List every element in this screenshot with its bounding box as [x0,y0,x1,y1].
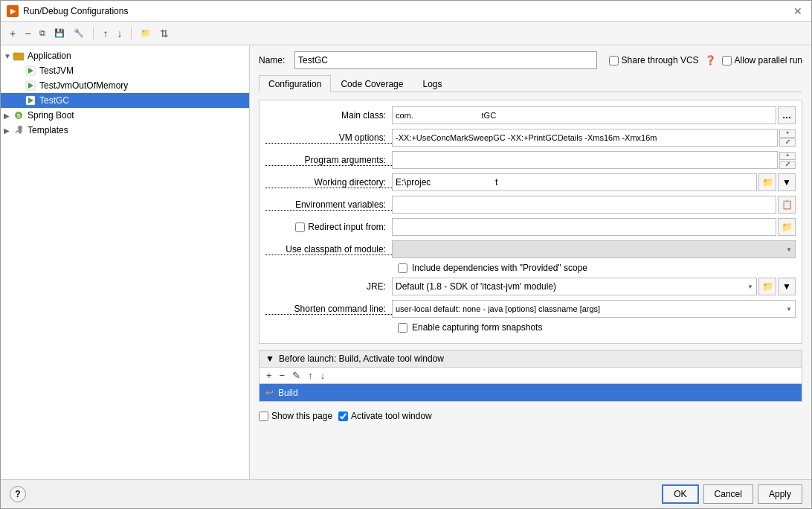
before-launch-arrow[interactable]: ▼ [265,353,274,364]
save-button[interactable]: 💾 [51,27,68,39]
program-args-expand-btn[interactable]: ⤢ [779,161,796,169]
program-args-add-btn[interactable]: + [779,152,796,160]
expand-arrow-templates: ▶ [4,127,13,135]
classpath-select[interactable]: ▼ [392,240,796,258]
jre-dropdown-arrow: ▼ [747,284,753,290]
before-launch-title: Before launch: Build, Activate tool wind… [279,353,444,364]
add-button[interactable]: + [7,26,19,41]
vm-options-input[interactable] [392,129,778,147]
folder-button[interactable]: 📁 [138,27,154,39]
expand-arrow-springboot: ▶ [4,112,13,120]
redirect-browse-btn[interactable]: 📁 [778,218,796,236]
before-launch-section: ▼ Before launch: Build, Activate tool wi… [259,350,802,402]
configuration-form: Main class: … VM options: + ⤢ [259,100,802,344]
env-vars-input[interactable] [392,196,776,214]
copy-button[interactable]: ⧉ [36,27,48,39]
vm-options-expand-btn[interactable]: ⤢ [779,138,796,147]
expand-arrow-application: ▼ [4,52,13,60]
tab-configuration[interactable]: Configuration [259,75,331,92]
shorten-cmd-dropdown[interactable]: user-local default: none - java [options… [392,300,796,318]
enable-snapshots-checkbox[interactable] [398,323,407,333]
vm-options-add-btn[interactable]: + [779,129,796,138]
wrench-button[interactable]: 🔧 [71,27,87,39]
main-class-input[interactable] [392,106,776,124]
program-args-input[interactable] [392,151,778,169]
vm-options-label: VM options: [265,132,392,144]
springboot-icon: S [13,109,25,121]
main-panel: Name: Share through VCS ❓ Allow parallel… [250,45,811,479]
bl-add-btn[interactable]: + [264,369,274,382]
bl-edit-btn[interactable]: ✎ [290,369,303,382]
env-vars-row: Environment variables: 📋 [265,196,796,214]
share-vcs-label[interactable]: Share through VCS [609,55,699,65]
jre-browse-btn[interactable]: 📁 [758,278,776,295]
show-page-label[interactable]: Show this page [259,411,332,421]
allow-parallel-label[interactable]: Allow parallel run [722,55,802,65]
enable-snapshots-row: Enable capturing form snapshots [265,322,796,333]
bl-down-btn[interactable]: ↓ [318,369,328,382]
bl-up-btn[interactable]: ↑ [306,369,315,382]
application-label: Application [28,51,71,61]
sidebar-item-application[interactable]: ▼ Application [1,48,249,63]
tab-logs[interactable]: Logs [413,75,451,92]
window-title: Run/Debug Configurations [23,6,128,16]
up-button[interactable]: ↑ [100,26,111,41]
activate-window-label[interactable]: Activate tool window [338,411,432,421]
sidebar-item-testgc[interactable]: TestGC [1,93,249,108]
jre-expand-btn[interactable]: ▼ [778,278,796,295]
env-vars-browse-btn[interactable]: 📋 [778,196,796,214]
down-button[interactable]: ↓ [114,26,125,41]
close-button[interactable]: ✕ [790,5,805,17]
title-bar: ▶ Run/Debug Configurations ✕ [1,1,811,22]
shorten-cmd-row: Shorten command line: user-local default… [265,300,796,318]
jre-label: JRE: [265,281,392,292]
name-field-label: Name: [259,55,289,65]
ok-button[interactable]: OK [662,484,698,504]
remove-button[interactable]: − [22,26,33,41]
tab-code-coverage[interactable]: Code Coverage [331,75,413,92]
program-args-btn-group: + ⤢ [779,152,796,169]
testjvmoom-run-icon [25,80,36,92]
name-input[interactable] [294,51,597,69]
templates-wrench-icon [13,124,25,136]
include-deps-checkbox[interactable] [398,263,407,273]
cancel-button[interactable]: Cancel [703,484,753,504]
redirect-input-label: Redirect input from: [265,222,392,232]
shorten-dropdown-arrow: ▼ [786,306,792,313]
jre-input-group: Default (1.8 - SDK of 'itcast-jvm' modul… [392,278,796,295]
sidebar-item-templates[interactable]: ▶ Templates [1,123,249,138]
vm-options-row: VM options: + ⤢ [265,129,796,147]
share-vcs-checkbox[interactable] [609,56,619,65]
footer-checkboxes: Show this page Activate tool window [259,411,802,421]
templates-label: Templates [28,125,68,135]
apply-button[interactable]: Apply [758,484,802,504]
build-label: Build [278,388,298,398]
working-dir-input[interactable] [392,173,757,191]
sort-button[interactable]: ⇅ [157,26,172,41]
allow-parallel-checkbox[interactable] [722,56,732,65]
toolbar-separator [93,27,94,40]
working-dir-expand-btn[interactable]: ▼ [778,173,796,191]
testjvmoom-label: TestJvmOutOfMemory [39,80,128,91]
classpath-dropdown-arrow: ▼ [786,246,792,253]
activate-window-checkbox[interactable] [338,412,348,421]
sidebar-item-springboot[interactable]: ▶ S Spring Boot [1,108,249,123]
bl-remove-btn[interactable]: − [277,369,288,382]
main-class-browse-button[interactable]: … [778,106,796,124]
testjvm-run-icon [25,65,36,77]
redirect-input-checkbox[interactable] [295,223,305,232]
program-args-label: Program arguments: [265,155,392,166]
show-page-checkbox[interactable] [259,412,268,421]
jre-dropdown[interactable]: Default (1.8 - SDK of 'itcast-jvm' modul… [392,278,757,295]
redirect-input-field[interactable] [392,218,776,236]
svg-rect-1 [13,53,18,55]
help-button[interactable]: ? [10,486,26,502]
content-area: ▼ Application TestJVM [1,45,811,479]
help-vcs-icon: ❓ [705,55,716,65]
sidebar-item-testjvm[interactable]: TestJVM [1,63,249,78]
working-dir-browse-btn[interactable]: 📁 [758,173,776,191]
testgc-label: TestGC [39,95,69,106]
shorten-cmd-label: Shorten command line: [265,304,392,315]
sidebar-item-testjvmoutofmemory[interactable]: TestJvmOutOfMemory [1,78,249,93]
svg-text:S: S [17,113,21,118]
